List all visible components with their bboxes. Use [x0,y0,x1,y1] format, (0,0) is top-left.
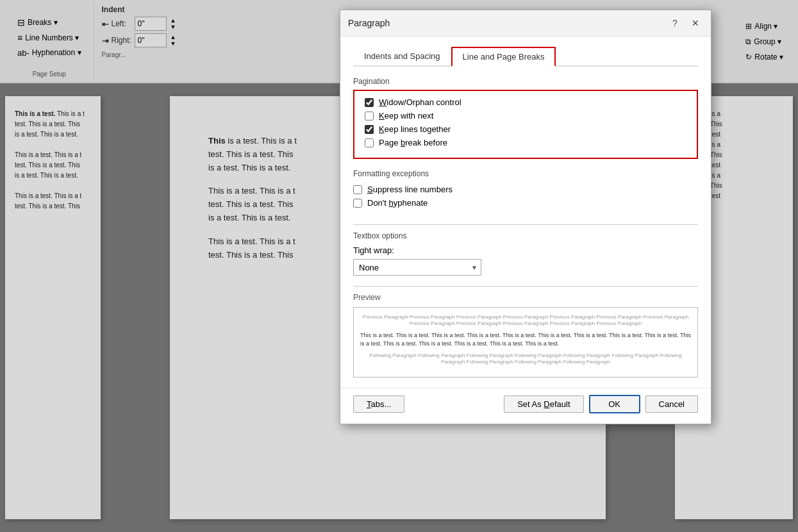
keep-with-next-checkbox[interactable] [365,112,374,121]
suppress-line-numbers-row: Suppress line numbers [353,185,698,194]
tight-wrap-select[interactable]: None All First and last lines First line… [353,259,481,276]
tight-wrap-select-wrapper: None All First and last lines First line… [353,259,481,276]
page-break-before-label[interactable]: Page break before [379,138,447,147]
formatting-exceptions-label: Formatting exceptions [353,169,698,178]
keep-with-next-row: Keep with next [365,111,686,121]
page-break-before-row: Page break before [365,138,686,147]
preview-next-paragraph: Following Paragraph Following Paragraph … [360,353,691,366]
preview-label: Preview [353,293,698,302]
cancel-button[interactable]: Cancel [645,395,698,413]
dialog-title: Paragraph [348,18,390,28]
preview-section: Preview Previous Paragraph Previous Para… [353,286,698,378]
ok-button[interactable]: OK [589,395,640,413]
tight-wrap-label: Tight wrap: [353,245,698,255]
keep-lines-together-label[interactable]: Keep lines together [379,124,451,134]
dialog-overlay: Paragraph ? ✕ Indents and Spacing Line a… [0,0,798,532]
dialog-body: Indents and Spacing Line and Page Breaks… [340,37,711,388]
dialog-footer: Tabs... Set As Default OK Cancel [340,388,711,424]
suppress-line-numbers-label[interactable]: Suppress line numbers [367,185,453,194]
keep-lines-together-checkbox[interactable] [365,125,374,134]
keep-lines-together-row: Keep lines together [365,124,686,134]
dialog-close-button[interactable]: ✕ [688,15,703,31]
formatting-exceptions-section: Suppress line numbers Don't hyphenate [353,182,698,214]
widow-orphan-label[interactable]: Widow/Orphan control [379,97,461,107]
dont-hyphenate-checkbox[interactable] [353,199,362,208]
keep-with-next-label[interactable]: Keep with next [379,111,433,121]
page-break-before-checkbox[interactable] [365,138,374,147]
dialog-tabs: Indents and Spacing Line and Page Breaks [353,47,698,67]
tab-line-page-breaks[interactable]: Line and Page Breaks [451,47,556,67]
tabs-button[interactable]: Tabs... [353,395,404,413]
dialog-titlebar: Paragraph ? ✕ [340,10,711,37]
preview-prev-paragraph: Previous Paragraph Previous Paragraph Pr… [360,314,691,328]
textbox-options-section: Textbox options Tight wrap: None All Fir… [353,224,698,276]
tab-indents-spacing[interactable]: Indents and Spacing [353,47,451,67]
suppress-line-numbers-checkbox[interactable] [353,185,362,194]
dialog-help-button[interactable]: ? [667,15,683,31]
widow-orphan-row: Widow/Orphan control [365,97,686,107]
dont-hyphenate-row: Don't hyphenate [353,198,698,208]
set-as-default-button[interactable]: Set As Default [504,395,583,413]
preview-current-paragraph: This is a test. This is a test. This is … [360,331,691,349]
dialog-titlebar-buttons: ? ✕ [667,15,703,31]
pagination-section-label: Pagination [353,77,698,86]
preview-box: Previous Paragraph Previous Paragraph Pr… [353,307,698,378]
dont-hyphenate-label[interactable]: Don't hyphenate [367,198,428,208]
paragraph-dialog: Paragraph ? ✕ Indents and Spacing Line a… [340,10,711,424]
textbox-options-label: Textbox options [353,231,698,240]
widow-orphan-checkbox[interactable] [365,98,374,107]
pagination-section: Widow/Orphan control Keep with next Keep… [353,90,698,159]
